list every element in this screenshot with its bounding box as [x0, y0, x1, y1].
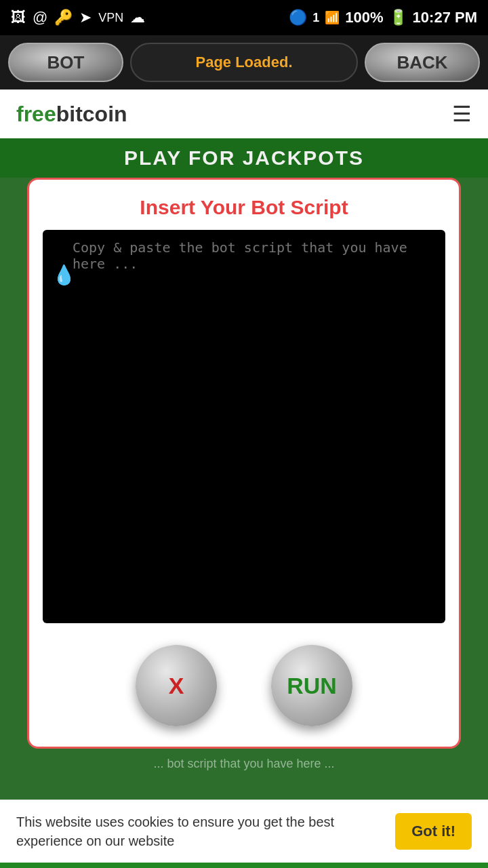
- battery-label: 100%: [345, 9, 383, 26]
- jackpot-banner: PLAY FOR JACKPOTS: [0, 138, 488, 178]
- key-icon: 🔑: [54, 9, 73, 26]
- time-display: 10:27 PM: [413, 9, 477, 26]
- bluetooth-icon: 🔵: [289, 9, 307, 26]
- signal-icon: 📶: [325, 10, 340, 25]
- hamburger-menu-icon[interactable]: ☰: [452, 101, 472, 127]
- run-button[interactable]: RUN: [271, 645, 352, 726]
- at-icon: @: [33, 9, 47, 26]
- cloud-icon: ☁: [130, 9, 145, 26]
- logo-free: free: [16, 102, 56, 126]
- bot-button[interactable]: BOT: [8, 43, 123, 82]
- got-it-button[interactable]: Got it!: [395, 813, 472, 850]
- status-icons-left: 🖼 @ 🔑 ➤ VPN ☁: [11, 9, 145, 26]
- jackpot-banner-text: PLAY FOR JACKPOTS: [124, 146, 364, 169]
- bot-script-textarea[interactable]: [43, 230, 445, 623]
- cookie-banner-text: This website uses cookies to ensure you …: [16, 812, 382, 850]
- page-loaded-button[interactable]: Page Loaded.: [130, 43, 358, 82]
- textarea-wrapper: 💧: [43, 230, 445, 626]
- modal-title: Insert Your Bot Script: [43, 196, 445, 219]
- main-content: freebitcoin ☰ PLAY FOR JACKPOTS Insert Y…: [0, 90, 488, 800]
- modal-buttons: X RUN: [43, 645, 445, 726]
- cancel-button[interactable]: X: [136, 645, 217, 726]
- photo-icon: 🖼: [11, 9, 26, 26]
- modal-overlay: Insert Your Bot Script 💧 X RUN ... bot s…: [0, 178, 488, 800]
- site-logo: freebitcoin: [16, 102, 127, 127]
- status-bar: 🖼 @ 🔑 ➤ VPN ☁ 🔵 1 📶 100% 🔋 10:27 PM: [0, 0, 488, 35]
- cookie-banner: This website uses cookies to ensure you …: [0, 800, 488, 863]
- footer-banner: Running low on cash?: [0, 863, 488, 868]
- top-nav: BOT Page Loaded. BACK: [0, 35, 488, 90]
- status-icons-right: 🔵 1 📶 100% 🔋 10:27 PM: [289, 9, 477, 26]
- battery-icon: 🔋: [389, 9, 407, 26]
- sim-icon: 1: [312, 11, 319, 25]
- back-button[interactable]: BACK: [365, 43, 480, 82]
- site-header: freebitcoin ☰: [0, 90, 488, 138]
- location-icon: ➤: [79, 9, 92, 26]
- logo-bitcoin: bitcoin: [56, 102, 127, 126]
- bg-hint-text: ... bot script that you have here ...: [27, 749, 461, 779]
- modal-box: Insert Your Bot Script 💧 X RUN: [27, 178, 461, 749]
- vpn-icon: VPN: [98, 11, 123, 25]
